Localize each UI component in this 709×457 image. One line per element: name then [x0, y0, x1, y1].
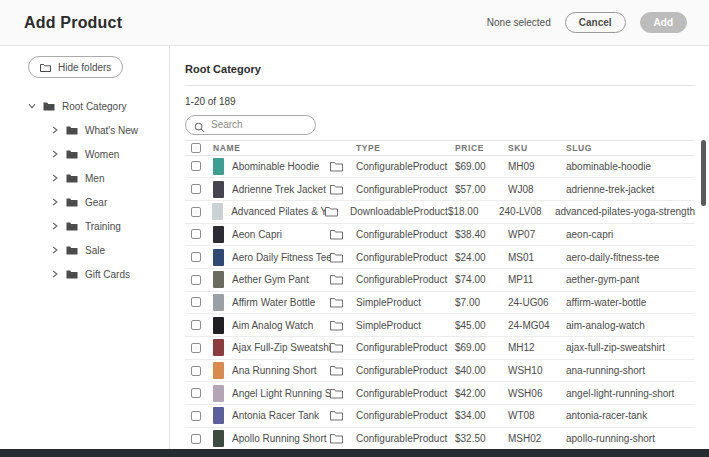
open-folder-icon[interactable] — [325, 206, 350, 217]
table-row[interactable]: Affirm Water Bottle SimpleProduct $7.00 … — [185, 292, 695, 315]
table-row[interactable]: Aeon Capri ConfigurableProduct $38.40 WP… — [185, 224, 695, 247]
table-row[interactable]: Aether Gym Pant ConfigurableProduct $74.… — [185, 269, 695, 292]
chevron-right-icon[interactable] — [51, 222, 59, 230]
product-price: $42.00 — [455, 388, 508, 399]
chevron-right-icon[interactable] — [51, 150, 59, 158]
product-price: $69.00 — [455, 161, 508, 172]
row-checkbox[interactable] — [191, 297, 201, 307]
column-header-slug[interactable]: SLUG — [566, 143, 695, 153]
product-price: $57.00 — [455, 184, 508, 195]
product-name: Ajax Full-Zip Sweatshirt — [232, 342, 330, 353]
tree-item-sale[interactable]: Sale — [28, 238, 169, 262]
row-checkbox[interactable] — [191, 343, 201, 353]
folder-icon — [66, 173, 78, 183]
open-folder-icon[interactable] — [330, 433, 356, 444]
product-list-panel: Root Category 1-20 of 189 NAME TYPE PRIC… — [170, 46, 709, 449]
add-button[interactable]: Add — [640, 12, 687, 33]
vertical-scrollbar[interactable] — [701, 140, 706, 206]
tree-item-whats-new[interactable]: What's New — [28, 118, 169, 142]
product-name: Adrienne Trek Jacket — [232, 184, 326, 195]
tree-item-women[interactable]: Women — [28, 142, 169, 166]
row-checkbox[interactable] — [191, 161, 201, 171]
open-folder-icon[interactable] — [330, 252, 356, 263]
column-header-type[interactable]: TYPE — [356, 143, 455, 153]
open-folder-icon[interactable] — [330, 410, 356, 421]
cancel-button[interactable]: Cancel — [565, 12, 626, 33]
product-thumbnail — [213, 362, 224, 379]
select-all-checkbox[interactable] — [191, 143, 201, 153]
product-price: $34.00 — [455, 410, 508, 421]
table-row[interactable]: Antonia Racer Tank ConfigurableProduct $… — [185, 405, 695, 428]
column-header-name[interactable]: NAME — [213, 143, 330, 153]
chevron-right-icon[interactable] — [51, 126, 59, 134]
tree-item-training[interactable]: Training — [28, 214, 169, 238]
folder-icon — [66, 245, 78, 255]
product-name: Aether Gym Pant — [232, 274, 309, 285]
product-thumbnail — [213, 385, 224, 402]
row-checkbox[interactable] — [191, 184, 201, 194]
product-slug: ana-running-short — [566, 365, 695, 376]
folder-sidebar: Hide folders Root Category — [0, 46, 170, 449]
product-sku: MH09 — [508, 161, 566, 172]
product-name: Aim Analog Watch — [232, 320, 313, 331]
row-checkbox[interactable] — [191, 207, 201, 217]
tree-item-label: Gift Cards — [85, 269, 130, 280]
add-product-dialog: Add Product None selected Cancel Add Hid… — [0, 0, 709, 457]
folder-icon — [43, 101, 55, 111]
row-checkbox[interactable] — [191, 434, 201, 444]
row-checkbox[interactable] — [191, 320, 201, 330]
open-folder-icon[interactable] — [330, 184, 356, 195]
folder-icon — [66, 197, 78, 207]
chevron-right-icon[interactable] — [51, 270, 59, 278]
product-thumbnail — [213, 407, 224, 424]
open-folder-icon[interactable] — [330, 365, 356, 376]
chevron-down-icon[interactable] — [28, 103, 36, 109]
open-folder-icon[interactable] — [330, 274, 356, 285]
category-tree: Root Category What's New — [28, 94, 169, 286]
table-row[interactable]: Advanced Pilates & Yoga ( DownloadablePr… — [185, 201, 695, 224]
category-heading: Root Category — [185, 63, 695, 75]
chevron-right-icon[interactable] — [51, 198, 59, 206]
header-actions: None selected Cancel Add — [487, 12, 687, 33]
table-row[interactable]: Ajax Full-Zip Sweatshirt ConfigurablePro… — [185, 337, 695, 360]
chevron-right-icon[interactable] — [51, 246, 59, 254]
column-header-sku[interactable]: SKU — [508, 143, 566, 153]
open-folder-icon[interactable] — [330, 229, 356, 240]
product-price: $32.50 — [455, 433, 508, 444]
product-type: ConfigurableProduct — [356, 342, 455, 353]
table-row[interactable]: Abominable Hoodie ConfigurableProduct $6… — [185, 156, 695, 179]
open-folder-icon[interactable] — [330, 320, 356, 331]
table-row[interactable]: Aero Daily Fitness Tee ConfigurableProdu… — [185, 246, 695, 269]
open-folder-icon[interactable] — [330, 297, 356, 308]
open-folder-icon[interactable] — [330, 342, 356, 353]
row-checkbox[interactable] — [191, 388, 201, 398]
tree-item-men[interactable]: Men — [28, 166, 169, 190]
tree-item-gear[interactable]: Gear — [28, 190, 169, 214]
open-folder-icon[interactable] — [330, 388, 356, 399]
table-row[interactable]: Apollo Running Short ConfigurableProduct… — [185, 428, 695, 451]
page-title: Add Product — [24, 14, 122, 32]
heading-divider — [185, 85, 695, 86]
chevron-right-icon[interactable] — [51, 174, 59, 182]
row-checkbox[interactable] — [191, 252, 201, 262]
row-checkbox[interactable] — [191, 275, 201, 285]
row-checkbox[interactable] — [191, 229, 201, 239]
product-name: Aero Daily Fitness Tee — [232, 252, 330, 263]
column-header-price[interactable]: PRICE — [455, 143, 508, 153]
product-table: NAME TYPE PRICE SKU SLUG Abominable Hood… — [185, 140, 695, 451]
table-row[interactable]: Ana Running Short ConfigurableProduct $4… — [185, 360, 695, 383]
product-slug: affirm-water-bottle — [566, 297, 695, 308]
table-row[interactable]: Adrienne Trek Jacket ConfigurableProduct… — [185, 178, 695, 201]
open-folder-icon[interactable] — [330, 161, 356, 172]
product-price: $69.00 — [455, 342, 508, 353]
tree-item-root-category[interactable]: Root Category — [28, 94, 169, 118]
row-checkbox[interactable] — [191, 411, 201, 421]
product-sku: WSH10 — [508, 365, 566, 376]
tree-item-gift-cards[interactable]: Gift Cards — [28, 262, 169, 286]
table-row[interactable]: Aim Analog Watch SimpleProduct $45.00 24… — [185, 314, 695, 337]
row-checkbox[interactable] — [191, 366, 201, 376]
table-row[interactable]: Angel Light Running Shor ConfigurablePro… — [185, 382, 695, 405]
product-price: $18.00 — [448, 206, 499, 217]
hide-folders-button[interactable]: Hide folders — [28, 56, 123, 78]
product-sku: 240-LV08 — [499, 206, 555, 217]
